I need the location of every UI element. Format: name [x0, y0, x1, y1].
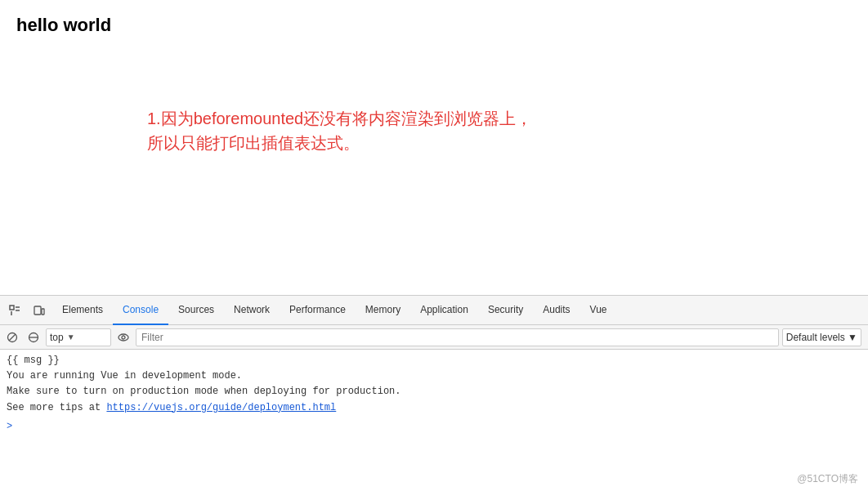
tab-performance[interactable]: Performance: [280, 296, 356, 325]
watermark: @51CTO博客: [797, 472, 858, 486]
tab-sources[interactable]: Sources: [168, 296, 224, 325]
chevron-down-icon: ▼: [67, 333, 75, 341]
context-selector[interactable]: top ▼: [46, 328, 111, 346]
svg-point-11: [122, 336, 125, 339]
console-output: {{ msg }} You are running Vue in develop…: [0, 350, 868, 491]
main-content: hello world 1.因为beforemounted还没有将内容渲染到浏览…: [0, 0, 868, 302]
console-line-1: {{ msg }}: [7, 353, 861, 368]
tab-audits[interactable]: Audits: [533, 296, 579, 325]
console-line-2: You are running Vue in development mode.: [7, 368, 861, 384]
tab-application[interactable]: Application: [410, 296, 478, 325]
annotation-line2: 所以只能打印出插值表达式。: [147, 131, 532, 155]
svg-point-10: [119, 334, 128, 341]
svg-line-7: [9, 334, 16, 341]
tab-memory[interactable]: Memory: [356, 296, 410, 325]
tab-network[interactable]: Network: [224, 296, 280, 325]
devtools-panel: Elements Console Sources Network Perform…: [0, 295, 868, 491]
device-icon[interactable]: [28, 299, 51, 322]
page-title: hello world: [0, 0, 868, 51]
annotation-line1: 1.因为beforemounted还没有将内容渲染到浏览器上，: [147, 106, 532, 131]
annotation-text: 1.因为beforemounted还没有将内容渲染到浏览器上， 所以只能打印出插…: [147, 106, 532, 155]
vue-deployment-link[interactable]: https://vuejs.org/guide/deployment.html: [106, 402, 336, 413]
tab-vue[interactable]: Vue: [580, 296, 617, 325]
inspect-icon[interactable]: [3, 299, 26, 322]
svg-rect-4: [34, 306, 41, 315]
svg-rect-0: [10, 306, 14, 310]
console-prompt: >: [7, 419, 861, 435]
tab-security[interactable]: Security: [478, 296, 533, 325]
console-toolbar: top ▼ Default levels ▼: [0, 325, 868, 350]
eye-icon[interactable]: [114, 328, 132, 346]
tab-console[interactable]: Console: [113, 296, 168, 325]
tab-elements[interactable]: Elements: [52, 296, 113, 325]
clear-console-icon[interactable]: [3, 328, 21, 346]
console-line-3: Make sure to turn on production mode whe…: [7, 384, 861, 399]
svg-rect-5: [42, 309, 44, 315]
console-line-4: See more tips at https://vuejs.org/guide…: [7, 400, 861, 416]
block-icon[interactable]: [25, 328, 43, 346]
devtools-tab-bar: Elements Console Sources Network Perform…: [0, 296, 868, 325]
log-levels-selector[interactable]: Default levels ▼: [782, 328, 861, 346]
console-filter-input[interactable]: [136, 328, 779, 346]
